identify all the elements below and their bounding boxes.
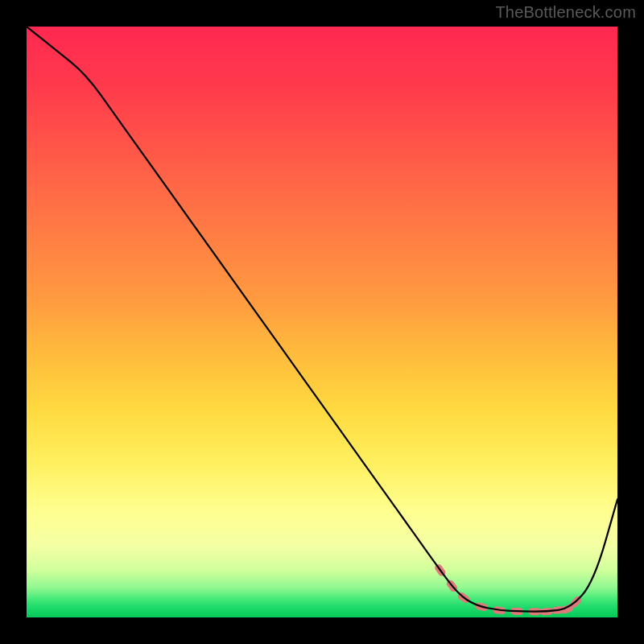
bottleneck-curve [27, 27, 617, 612]
chart-frame [27, 27, 617, 617]
chart-overlay [27, 27, 617, 617]
attribution-text: TheBottleneck.com [495, 3, 636, 22]
